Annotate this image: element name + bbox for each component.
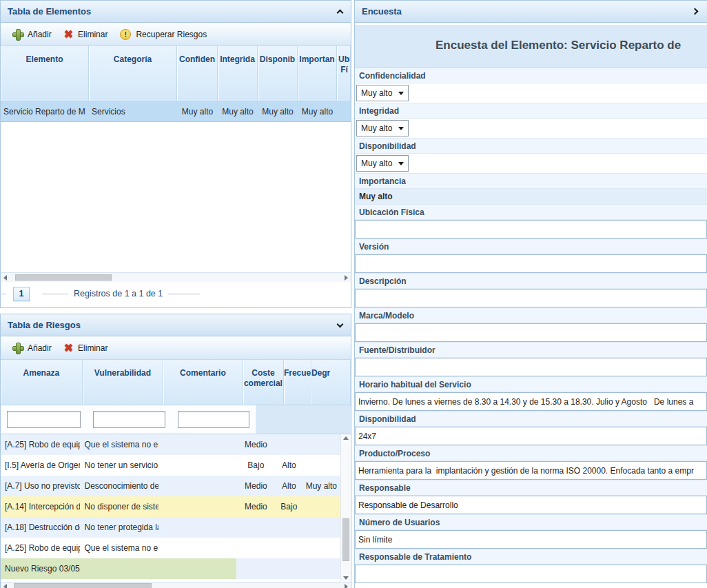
- vulnerabilidad-filter-input[interactable]: [93, 411, 165, 428]
- risks-panel-header[interactable]: Tabla de Riesgos: [1, 314, 351, 336]
- confidencialidad-select[interactable]: Muy alto: [356, 85, 409, 101]
- column-header-integridad[interactable]: Integrida: [218, 46, 258, 101]
- survey-panel-header[interactable]: Encuesta: [355, 1, 707, 23]
- column-header-disponibilidad[interactable]: Disponib: [258, 46, 298, 101]
- field-row: Muy alto: [355, 83, 707, 103]
- column-header-ubicacion-fisica[interactable]: Ubi Fí: [337, 46, 351, 101]
- cell-amenaza: [A.25] Robo de equip: [1, 538, 80, 558]
- cell-coste: Medio: [236, 476, 276, 496]
- risk-row[interactable]: [A.7] Uso no previsto Desconocimiento de…: [1, 476, 340, 496]
- recover-risks-button[interactable]: ! Recuperar Riesgos: [114, 26, 213, 43]
- select-value: Muy alto: [361, 159, 392, 168]
- column-header-elemento[interactable]: Elemento: [1, 46, 89, 101]
- collapse-right-icon[interactable]: [692, 8, 699, 15]
- risk-row[interactable]: [A.25] Robo de equip Que el sistema no e…: [1, 434, 340, 455]
- cell-integridad: Muy alto: [218, 107, 258, 116]
- elements-panel: Tabla de Elementos Añadir ✖ Eliminar ! R…: [0, 0, 351, 308]
- scroll-thumb[interactable]: [342, 518, 349, 561]
- column-header-frecuencia[interactable]: Frecuenc: [284, 360, 311, 405]
- element-row-selected[interactable]: Servicio Reparto de M Servicios Muy alto…: [1, 102, 351, 122]
- cell-amenaza: [A.18] Destrucción de: [1, 517, 80, 538]
- scroll-right-icon[interactable]: [345, 584, 348, 588]
- plus-icon: [12, 343, 23, 353]
- cell-vulnerabilidad: [80, 558, 158, 579]
- column-header-categoria[interactable]: Categoría: [89, 46, 177, 101]
- ubicacion-fisica-input[interactable]: [355, 220, 707, 239]
- pager-divider: [168, 294, 200, 294]
- select-value: Muy alto: [361, 88, 392, 98]
- risk-row-new[interactable]: Nuevo Riesgo 03/05/2: [1, 558, 340, 579]
- cell-comentario: [158, 517, 236, 538]
- cell-vulnerabilidad: No tener un servicio d: [80, 455, 158, 476]
- responsable-tratamiento-input[interactable]: [355, 565, 707, 583]
- scroll-up-icon[interactable]: [343, 436, 349, 440]
- column-header-comentario[interactable]: Comentario: [163, 360, 243, 405]
- column-header-vulnerabilidad[interactable]: Vulnerabilidad: [83, 360, 163, 405]
- integridad-select[interactable]: Muy alto: [356, 120, 409, 136]
- survey-title-band: Encuesta del Elemento: Servicio Reparto …: [355, 25, 707, 68]
- add-risk-button[interactable]: Añadir: [6, 340, 58, 356]
- field-label-fuente-distribuidor: Fuente/Distribuidor: [355, 342, 707, 358]
- risks-vertical-scrollbar[interactable]: [340, 434, 350, 582]
- column-header-coste-comercial[interactable]: Coste comercial: [243, 360, 284, 405]
- delete-element-label: Eliminar: [78, 30, 107, 39]
- delete-risk-button[interactable]: ✖ Eliminar: [58, 340, 114, 356]
- column-header-degradacion[interactable]: Degr: [311, 360, 351, 405]
- risks-horizontal-scrollbar[interactable]: [1, 582, 351, 588]
- delete-risk-label: Eliminar: [78, 343, 107, 353]
- elements-grid-header: Elemento Categoría Confiden Integrida Di…: [1, 46, 351, 102]
- cell-comentario: [158, 496, 236, 517]
- delete-element-button[interactable]: ✖ Eliminar: [58, 26, 114, 42]
- elements-horizontal-scrollbar[interactable]: [1, 272, 351, 282]
- collapse-down-icon[interactable]: [337, 321, 344, 327]
- elements-toolbar: Añadir ✖ Eliminar ! Recuperar Riesgos: [1, 23, 351, 46]
- disponibilidad-select[interactable]: Muy alto: [356, 155, 409, 172]
- amenaza-filter-input[interactable]: [7, 411, 81, 428]
- column-header-confidencialidad[interactable]: Confiden: [177, 46, 218, 101]
- cell-amenaza: [A.25] Robo de equip: [1, 434, 80, 455]
- cell-amenaza: [I.5] Avería de Origen: [1, 455, 80, 476]
- scroll-down-icon[interactable]: [343, 576, 349, 580]
- chevron-down-icon: [398, 92, 404, 95]
- cell-degradacion: Muy alto: [303, 476, 340, 496]
- scroll-left-icon[interactable]: [3, 275, 7, 281]
- scroll-right-icon[interactable]: [345, 275, 348, 281]
- collapse-up-icon[interactable]: [337, 9, 344, 16]
- add-element-label: Añadir: [28, 30, 52, 39]
- column-header-importancia[interactable]: Importan: [298, 46, 337, 101]
- cell-frecuencia: Alto: [276, 476, 303, 496]
- descripcion-input[interactable]: [355, 289, 707, 307]
- risk-row-selected[interactable]: [A.14] Intercepción de No disponer de si…: [1, 496, 340, 517]
- scroll-left-icon[interactable]: [3, 584, 7, 588]
- responsable-input[interactable]: [355, 496, 707, 514]
- fuente-distribuidor-input[interactable]: [355, 358, 707, 376]
- pager-divider: [1, 294, 6, 294]
- add-element-button[interactable]: Añadir: [6, 26, 58, 42]
- warning-icon: !: [120, 29, 131, 40]
- risk-row[interactable]: [I.5] Avería de Origen No tener un servi…: [1, 455, 340, 476]
- scroll-thumb[interactable]: [15, 274, 112, 281]
- cell-coste: [236, 517, 276, 538]
- scroll-thumb[interactable]: [14, 583, 152, 588]
- comentario-filter-input[interactable]: [178, 411, 249, 428]
- cell-coste: Medio: [236, 434, 276, 455]
- field-label-version: Versión: [355, 239, 707, 254]
- cell-vulnerabilidad: Que el sistema no es: [80, 538, 158, 558]
- field-label-responsable: Responsable: [355, 480, 707, 496]
- risk-row[interactable]: [A.25] Robo de equip Que el sistema no e…: [1, 538, 340, 558]
- cell-frecuencia: [276, 434, 303, 455]
- elements-panel-title: Tabla de Elementos: [8, 6, 91, 17]
- page-1-button[interactable]: 1: [13, 287, 30, 301]
- disponibilidad-texto-input[interactable]: [355, 427, 707, 445]
- horario-input[interactable]: [355, 392, 707, 411]
- risk-row[interactable]: [A.18] Destrucción de No tener protegida…: [1, 517, 340, 538]
- cell-amenaza: [A.7] Uso no previsto: [1, 476, 80, 496]
- field-label-producto-proceso: Producto/Proceso: [355, 445, 707, 461]
- column-header-amenaza[interactable]: Amenaza: [1, 360, 83, 405]
- marca-modelo-input[interactable]: [355, 323, 707, 342]
- numero-usuarios-input[interactable]: [355, 530, 707, 549]
- producto-proceso-input[interactable]: [355, 461, 707, 480]
- field-row: Muy alto: [355, 119, 707, 138]
- elements-panel-header[interactable]: Tabla de Elementos: [1, 1, 351, 23]
- version-input[interactable]: [355, 254, 707, 273]
